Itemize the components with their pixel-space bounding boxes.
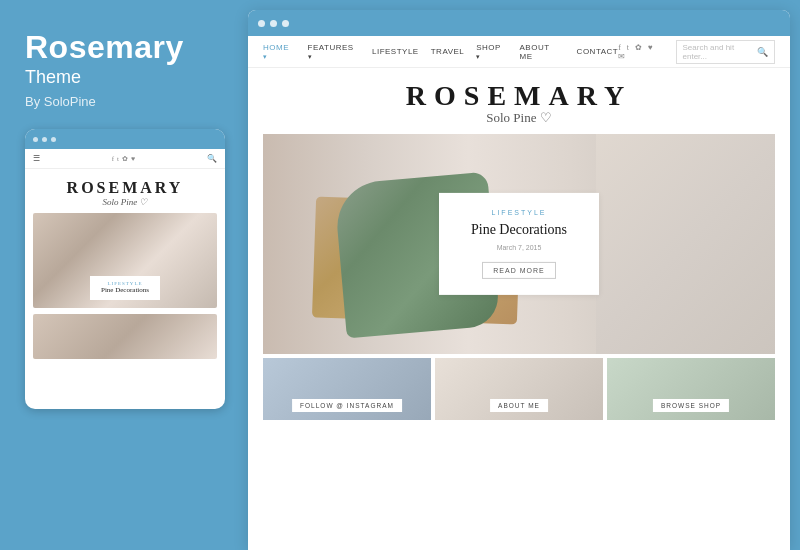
social-icons: f t ✿ ♥ ✉: [618, 43, 667, 61]
theme-title-block: Rosemary Theme By SoloPine: [25, 30, 223, 109]
hero-category-label: LIFESTYLE: [459, 209, 579, 216]
strip-shop: BROWSE SHOP: [607, 358, 775, 420]
nav-links: HOME FEATURES LIFESTYLE TRAVEL SHOP ABOU…: [263, 43, 618, 61]
mobile-dot-3: [51, 137, 56, 142]
theme-title: Rosemary: [25, 30, 223, 65]
theme-author: By SoloPine: [25, 94, 223, 109]
strip-label-shop[interactable]: BROWSE SHOP: [653, 399, 729, 412]
mobile-dot-1: [33, 137, 38, 142]
search-placeholder: Search and hit enter...: [683, 43, 753, 61]
nav-shop[interactable]: SHOP: [476, 43, 507, 61]
left-panel: Rosemary Theme By SoloPine ☰ ft✿♥ 🔍 ROSE…: [0, 0, 248, 550]
mobile-preview: ☰ ft✿♥ 🔍 ROSEMARY Solo Pine ♡ LIFESTYLE …: [25, 129, 225, 409]
nav-lifestyle[interactable]: LIFESTYLE: [372, 47, 419, 56]
mobile-nav: ☰ ft✿♥ 🔍: [25, 149, 225, 169]
nav-about[interactable]: ABOUT ME: [520, 43, 565, 61]
nav-contact[interactable]: CONTACT: [577, 47, 619, 56]
desktop-dot-1: [258, 20, 265, 27]
strip-instagram: FOLLOW @ INSTAGRAM: [263, 358, 431, 420]
mobile-logo-sub: Solo Pine ♡: [25, 197, 225, 207]
desktop-topbar: [248, 10, 790, 36]
mobile-topbar: [25, 129, 225, 149]
nav-home[interactable]: HOME: [263, 43, 296, 61]
mobile-dot-2: [42, 137, 47, 142]
website-logo-area: ROSEMARY Solo Pine ♡: [248, 68, 790, 134]
website-logo-sub: Solo Pine ♡: [248, 110, 790, 126]
hero-card: LIFESTYLE Pine Decorations March 7, 2015…: [439, 193, 599, 295]
theme-subtitle: Theme: [25, 67, 223, 88]
desktop-dot-3: [282, 20, 289, 27]
mobile-logo-text: ROSEMARY: [25, 179, 225, 197]
strip-about: ABOUT ME: [435, 358, 603, 420]
mobile-hero-card: LIFESTYLE Pine Decorations: [90, 276, 160, 300]
hero-person-silhouette: [596, 134, 775, 354]
mobile-hamburger-icon: ☰: [33, 154, 40, 163]
mobile-hero-image: LIFESTYLE Pine Decorations: [33, 213, 217, 308]
nav-right: f t ✿ ♥ ✉ Search and hit enter... 🔍: [618, 40, 775, 64]
nav-features[interactable]: FEATURES: [308, 43, 360, 61]
strip-label-instagram[interactable]: FOLLOW @ INSTAGRAM: [292, 399, 402, 412]
mobile-bottom-strip: [33, 314, 217, 359]
hero-article-title: Pine Decorations: [459, 221, 579, 239]
nav-travel[interactable]: TRAVEL: [431, 47, 465, 56]
desktop-preview: HOME FEATURES LIFESTYLE TRAVEL SHOP ABOU…: [248, 10, 790, 550]
search-bar[interactable]: Search and hit enter... 🔍: [676, 40, 775, 64]
search-icon[interactable]: 🔍: [757, 47, 768, 57]
mobile-hero-title: Pine Decorations: [98, 286, 152, 295]
mobile-nav-icons: ft✿♥: [112, 155, 135, 163]
website-nav: HOME FEATURES LIFESTYLE TRAVEL SHOP ABOU…: [248, 36, 790, 68]
strip-label-about[interactable]: ABOUT ME: [490, 399, 548, 412]
hero-section: LIFESTYLE Pine Decorations March 7, 2015…: [263, 134, 775, 354]
hero-read-more-button[interactable]: READ MORE: [482, 262, 555, 279]
bottom-strip: FOLLOW @ INSTAGRAM ABOUT ME BROWSE SHOP: [248, 354, 790, 424]
desktop-dot-2: [270, 20, 277, 27]
mobile-search-icon: 🔍: [207, 154, 217, 163]
mobile-logo-area: ROSEMARY Solo Pine ♡: [25, 169, 225, 213]
hero-article-date: March 7, 2015: [459, 244, 579, 251]
website-logo-text: ROSEMARY: [248, 80, 790, 112]
